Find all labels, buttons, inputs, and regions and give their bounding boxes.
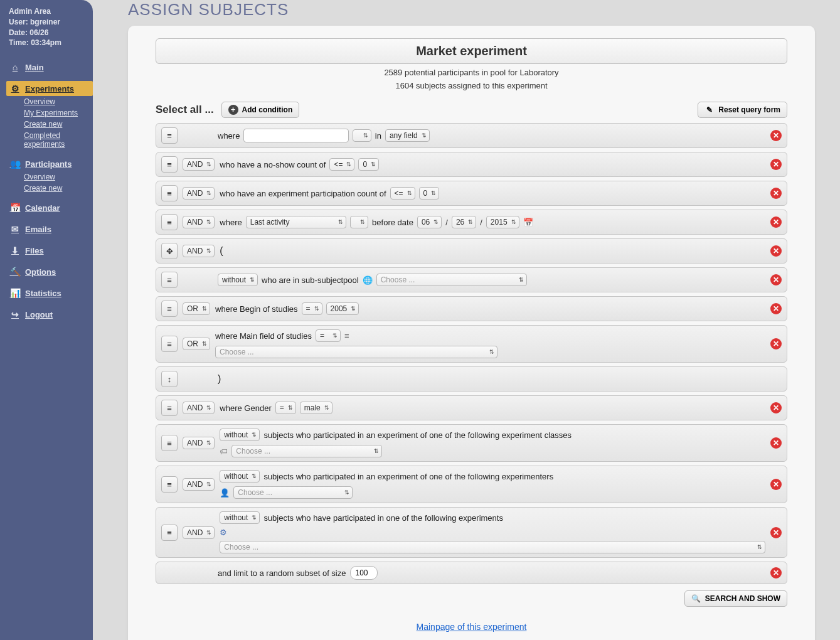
value-select[interactable]: 0 (419, 187, 440, 200)
value-select[interactable]: 0 (358, 158, 379, 171)
nav-participants-overview[interactable]: Overview (6, 171, 93, 183)
drag-handle[interactable]: ≡ (161, 336, 178, 352)
year-select[interactable]: 2015 (486, 216, 519, 228)
drag-handle[interactable]: ≡ (161, 476, 178, 493)
subpool-select[interactable]: Choose ... (376, 274, 527, 286)
nav-experiments-completed[interactable]: Completed experiments (6, 130, 93, 150)
drag-handle[interactable]: ≡ (161, 272, 178, 288)
calendar-picker-icon[interactable]: 📅 (523, 218, 533, 227)
drag-handle[interactable]: ↕ (161, 371, 178, 387)
day-select[interactable]: 26 (452, 216, 476, 228)
without-select[interactable]: without (220, 470, 260, 483)
logic-select[interactable]: AND (183, 158, 215, 171)
drag-handle[interactable]: ≡ (161, 400, 178, 416)
logic-select[interactable]: AND (183, 402, 215, 414)
drag-handle[interactable]: ≡ (161, 185, 178, 201)
add-condition-button[interactable]: + Add condition (221, 102, 300, 118)
compare-select[interactable]: = (275, 402, 296, 414)
drag-handle[interactable]: ≡ (161, 214, 178, 230)
experiment-class-select[interactable]: Choose ... (231, 445, 382, 457)
remove-icon[interactable]: ✕ (770, 159, 782, 170)
gender-select[interactable]: male (300, 402, 332, 414)
nav-options[interactable]: 🔨Options (6, 264, 93, 279)
tag-icon: 🏷 (220, 447, 228, 456)
compare-select[interactable]: = (316, 329, 341, 342)
match-select[interactable] (353, 129, 371, 142)
remove-icon[interactable]: ✕ (770, 130, 782, 141)
logic-select[interactable]: OR (183, 338, 210, 350)
area-label: Admin Area (9, 6, 93, 17)
nav-logout[interactable]: ↪Logout (6, 307, 93, 322)
download-icon: ⬇ (10, 245, 20, 255)
remove-icon[interactable]: ✕ (770, 274, 782, 285)
logic-select[interactable]: AND (183, 526, 215, 539)
remove-icon[interactable]: ✕ (770, 527, 782, 538)
remove-icon[interactable]: ✕ (770, 303, 782, 314)
without-select[interactable]: without (218, 274, 258, 286)
remove-icon[interactable]: ✕ (770, 245, 782, 257)
search-show-button[interactable]: 🔍 SEARCH AND SHOW (684, 590, 787, 607)
remove-icon[interactable]: ✕ (770, 216, 782, 228)
nav-experiments-my[interactable]: My Experiments (6, 107, 93, 119)
nav-calendar[interactable]: 📅Calendar (6, 200, 93, 215)
nav-participants-create[interactable]: Create new (6, 183, 93, 194)
compare-select[interactable]: <= (390, 187, 415, 200)
menu-icon: ≡ (167, 339, 172, 349)
where-text-input[interactable] (243, 129, 349, 142)
remove-icon[interactable]: ✕ (770, 479, 782, 490)
nav-experiments-overview[interactable]: Overview (6, 96, 93, 107)
reset-query-button[interactable]: ✎ Reset query form (698, 102, 787, 118)
menu-icon: ≡ (167, 160, 172, 169)
logic-select[interactable]: AND (183, 245, 215, 257)
assigned-count: 1604 subjects assigned to this experimen… (156, 81, 787, 90)
logic-select[interactable]: AND (183, 437, 215, 449)
nav-participants[interactable]: 👥Participants (6, 156, 93, 171)
users-icon: 👥 (10, 159, 20, 169)
year-select[interactable]: 2005 (326, 302, 359, 315)
drag-handle[interactable]: ≡ (161, 525, 178, 541)
select-all-label: Select all ... (156, 104, 214, 116)
nav-experiments-create[interactable]: Create new (6, 119, 93, 130)
remove-icon[interactable]: ✕ (770, 188, 782, 199)
date-op-select[interactable] (350, 216, 368, 228)
field-of-study-select[interactable]: Choose ... (215, 346, 497, 358)
experimenter-select[interactable]: Choose ... (233, 486, 353, 499)
condition-row: ≡ AND where Gender = male ✕ (156, 395, 787, 420)
drag-handle[interactable]: ≡ (161, 127, 178, 144)
without-select[interactable]: without (220, 511, 260, 524)
logic-select[interactable]: AND (183, 216, 215, 228)
drag-handle[interactable]: ≡ (161, 156, 178, 173)
time-value: 03:34pm (31, 38, 61, 47)
nav-main[interactable]: ⌂Main (6, 60, 93, 75)
nav-emails[interactable]: ✉Emails (6, 221, 93, 237)
condition-row: ≡ AND where Last activity before date 06… (156, 210, 787, 235)
drag-handle[interactable]: ✥ (161, 243, 178, 259)
logic-select[interactable]: OR (183, 302, 210, 315)
menu-icon: ≡ (167, 131, 172, 141)
month-select[interactable]: 06 (417, 216, 442, 228)
logic-select[interactable]: AND (183, 478, 215, 491)
gears-icon: ⚙ (220, 528, 227, 537)
remove-icon[interactable]: ✕ (770, 402, 782, 413)
drag-handle[interactable]: ≡ (161, 435, 178, 451)
gear-icon: ⚙ (10, 83, 20, 93)
remove-icon[interactable]: ✕ (770, 567, 782, 579)
nav-files[interactable]: ⬇Files (6, 243, 93, 258)
remove-icon[interactable]: ✕ (770, 338, 782, 349)
drag-handle[interactable]: ≡ (161, 301, 178, 317)
mainpage-link[interactable]: Mainpage of this experiment (417, 622, 527, 632)
without-select[interactable]: without (220, 429, 260, 441)
user-value: bgreiner (30, 18, 60, 26)
remove-icon[interactable]: ✕ (770, 437, 782, 449)
vertical-resize-icon: ↕ (167, 375, 172, 384)
experiment-select[interactable]: Choose ... (220, 541, 765, 553)
nav-experiments[interactable]: ⚙Experiments (6, 81, 93, 96)
compare-select[interactable]: = (302, 302, 322, 315)
field-select[interactable]: any field (385, 129, 430, 142)
date-field-select[interactable]: Last activity (246, 216, 346, 228)
list-icon[interactable]: ≡ (344, 331, 349, 341)
limit-input[interactable] (350, 566, 378, 580)
compare-select[interactable]: <= (329, 158, 354, 171)
nav-statistics[interactable]: 📊Statistics (6, 285, 93, 301)
logic-select[interactable]: AND (183, 187, 215, 200)
